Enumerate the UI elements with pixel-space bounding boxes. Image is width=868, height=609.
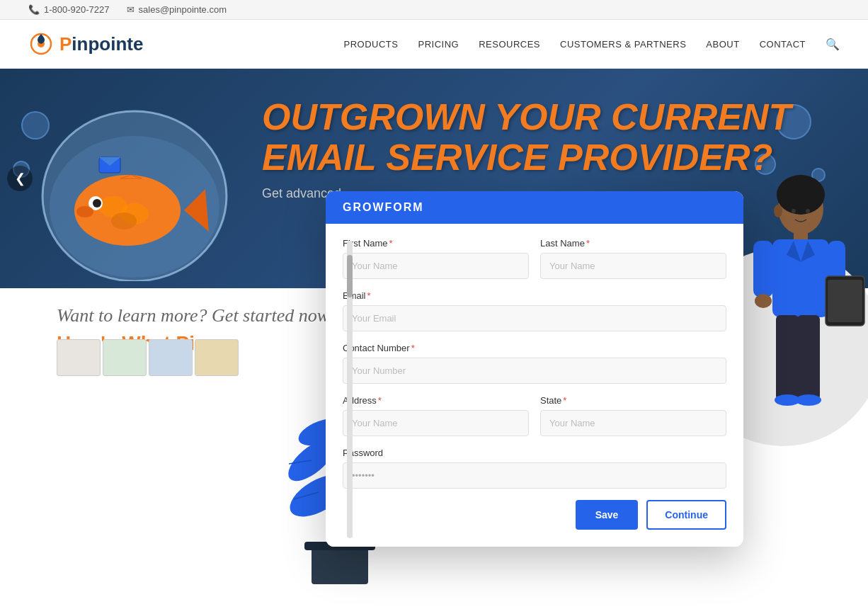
person-illustration <box>726 170 868 467</box>
svg-rect-26 <box>797 315 820 400</box>
svg-point-31 <box>792 209 796 213</box>
svg-point-33 <box>774 205 782 217</box>
last-name-group: Last Name* <box>540 238 726 279</box>
contact-label: Contact Number* <box>343 343 726 353</box>
first-name-input[interactable] <box>343 253 529 279</box>
carousel-prev-button[interactable]: ❮ <box>7 166 33 191</box>
svg-rect-24 <box>828 280 862 322</box>
fish-illustration <box>21 83 248 281</box>
hero-text: OUTGROWN YOUR CURRENT EMAIL SERVICE PROV… <box>262 97 791 201</box>
growform-header: GROWFORM <box>326 191 743 224</box>
logo-dot: P <box>59 33 72 55</box>
address-label: Address* <box>343 395 529 406</box>
contact-input[interactable] <box>343 358 726 384</box>
first-name-label: First Name* <box>343 238 529 249</box>
state-group: State* <box>540 395 726 436</box>
email-address: sales@pinpointe.com <box>139 4 227 15</box>
person-svg <box>726 170 868 467</box>
growform-modal: GROWFORM First Name* Last Name* Email* <box>326 191 743 547</box>
password-input[interactable] <box>343 462 726 489</box>
nav-customers[interactable]: CUSTOMERS & PARTNERS <box>560 39 686 50</box>
growform-body: First Name* Last Name* Email* <box>326 224 743 547</box>
svg-point-12 <box>76 206 93 217</box>
svg-point-16 <box>777 175 825 215</box>
svg-rect-17 <box>794 228 808 241</box>
scrollbar-thumb[interactable] <box>347 255 353 297</box>
scrollbar[interactable] <box>347 241 353 538</box>
password-label: Password <box>343 448 726 458</box>
email-required: * <box>367 290 371 301</box>
svg-rect-25 <box>776 315 799 400</box>
email-group: Email* <box>343 290 726 331</box>
email-icon: ✉ <box>127 4 135 15</box>
address-input[interactable] <box>343 410 529 436</box>
address-group: Address* <box>343 395 529 436</box>
address-required: * <box>378 395 382 406</box>
growform-title: GROWFORM <box>343 201 424 213</box>
first-name-group: First Name* <box>343 238 529 279</box>
last-name-required: * <box>586 238 590 249</box>
svg-point-7 <box>111 212 137 229</box>
hero-title-line1: OUTGROWN YOUR CURRENT <box>262 97 791 137</box>
state-label: State* <box>540 395 726 406</box>
address-row: Address* State* <box>343 395 726 436</box>
top-bar: 📞 1-800-920-7227 ✉ sales@pinpointe.com <box>0 0 868 20</box>
thumbnail-3 <box>149 339 193 376</box>
email-row: Email* <box>343 290 726 331</box>
state-input[interactable] <box>540 410 726 436</box>
name-row: First Name* Last Name* <box>343 238 726 279</box>
phone-item: 📞 1-800-920-7227 <box>28 4 110 15</box>
email-item: ✉ sales@pinpointe.com <box>127 4 227 15</box>
svg-point-20 <box>755 294 772 308</box>
last-name-input[interactable] <box>540 253 726 279</box>
phone-number: 1-800-920-7227 <box>44 4 110 15</box>
form-actions: Save Continue <box>343 500 726 530</box>
nav-products[interactable]: PRODUCTS <box>344 39 399 50</box>
svg-rect-18 <box>772 239 829 317</box>
svg-point-10 <box>93 199 101 207</box>
logo[interactable]: Pinpointe <box>28 31 143 57</box>
nav-resources[interactable]: RESOURCES <box>479 39 540 50</box>
logo-icon <box>28 31 54 57</box>
nav-about[interactable]: ABOUT <box>706 39 739 50</box>
email-label: Email* <box>343 290 726 301</box>
thumbnail-strip <box>57 339 239 376</box>
thumbnail-1 <box>57 339 101 376</box>
header: Pinpointe PRODUCTS PRICING RESOURCES CUS… <box>0 20 868 69</box>
svg-point-32 <box>806 209 810 213</box>
phone-icon: 📞 <box>28 4 40 15</box>
password-group: Password <box>343 448 726 489</box>
nav-contact[interactable]: CONTACT <box>760 39 806 50</box>
hero-title-line2: EMAIL SERVICE PROVIDER? <box>262 137 791 178</box>
state-required: * <box>563 395 566 406</box>
svg-point-28 <box>796 394 821 406</box>
main-nav: PRODUCTS PRICING RESOURCES CUSTOMERS & P… <box>344 38 840 51</box>
last-name-label: Last Name* <box>540 238 726 249</box>
thumbnail-2 <box>103 339 147 376</box>
continue-button[interactable]: Continue <box>646 500 726 530</box>
save-button[interactable]: Save <box>576 500 639 530</box>
search-icon[interactable]: 🔍 <box>826 38 840 51</box>
logo-text: Pinpointe <box>59 33 143 55</box>
fish-bowl-svg <box>21 83 248 281</box>
thumbnail-4 <box>195 339 239 376</box>
nav-pricing[interactable]: PRICING <box>418 39 459 50</box>
svg-rect-19 <box>753 241 773 297</box>
contact-group: Contact Number* <box>343 343 726 384</box>
contact-required: * <box>411 343 415 353</box>
svg-rect-34 <box>312 545 368 584</box>
email-input[interactable] <box>343 305 726 331</box>
first-name-required: * <box>389 238 393 249</box>
password-row: Password <box>343 448 726 489</box>
contact-row: Contact Number* <box>343 343 726 384</box>
